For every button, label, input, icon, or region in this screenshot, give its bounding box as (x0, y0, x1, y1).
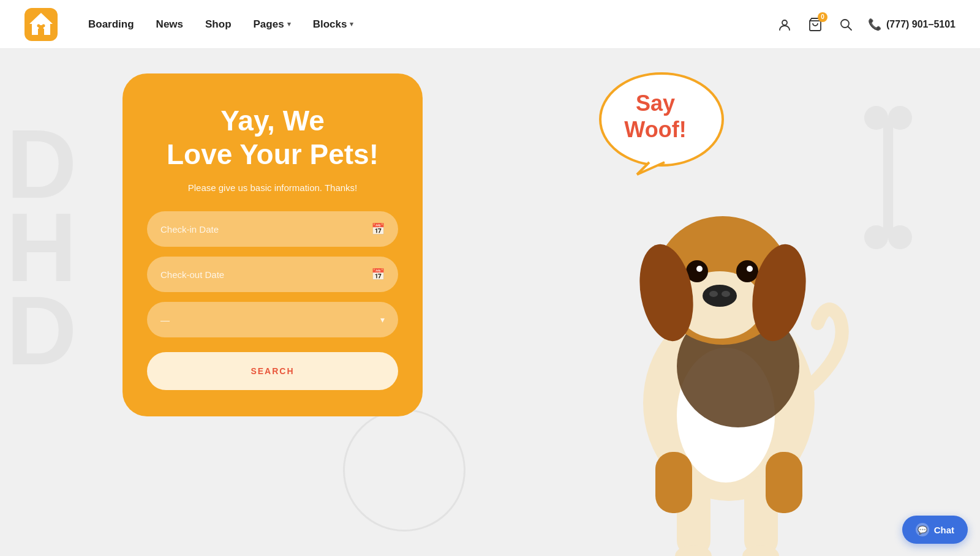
svg-rect-36 (655, 452, 692, 513)
svg-point-28 (696, 266, 703, 272)
pet-type-field[interactable]: — Dog Cat Bird Rabbit ▾ (147, 302, 398, 337)
blocks-chevron-icon: ▾ (350, 20, 353, 28)
select-chevron-icon: ▾ (380, 315, 385, 325)
checkin-calendar-icon: 📅 (371, 222, 385, 236)
chat-label: Chat (934, 525, 954, 535)
phone-link[interactable]: 📞 (777) 901–5101 (868, 18, 956, 31)
chat-icon: 💬 (916, 523, 929, 536)
svg-rect-37 (766, 452, 802, 513)
svg-point-13 (888, 225, 912, 249)
main-content: DHD Yay, WeLove Your Pets! Please give u… (0, 49, 980, 556)
cart-badge: 0 (818, 12, 827, 22)
svg-line-8 (848, 26, 852, 30)
logo[interactable] (24, 8, 58, 41)
pet-type-select[interactable]: — Dog Cat Bird Rabbit (160, 315, 380, 325)
nav-news[interactable]: News (156, 18, 183, 31)
search-button[interactable]: search (147, 352, 398, 390)
phone-icon: 📞 (868, 18, 881, 31)
bg-decor-text: DHD (6, 122, 71, 372)
svg-point-4 (42, 24, 45, 27)
chat-button[interactable]: 💬 Chat (902, 516, 968, 544)
dog-image-area (570, 115, 888, 556)
card-subtitle: Please give us basic information. Thanks… (188, 182, 358, 193)
phone-number: (777) 901–5101 (886, 19, 956, 30)
bg-circle-decor (343, 409, 466, 532)
pages-chevron-icon: ▾ (287, 20, 291, 28)
svg-point-11 (888, 106, 912, 130)
svg-point-29 (747, 266, 753, 272)
nav-blocks[interactable]: Blocks ▾ (313, 18, 354, 31)
svg-point-23 (703, 285, 737, 307)
nav-shop[interactable]: Shop (205, 18, 232, 31)
user-icon[interactable] (776, 16, 793, 33)
main-nav: Boarding News Shop Pages ▾ Blocks ▾ (88, 18, 776, 31)
checkin-input[interactable] (160, 224, 371, 235)
dog-illustration (582, 140, 876, 556)
checkout-field[interactable]: 📅 (147, 257, 398, 292)
checkin-field[interactable]: 📅 (147, 211, 398, 247)
svg-point-24 (709, 291, 718, 297)
search-icon[interactable] (837, 16, 854, 33)
header-actions: 0 📞 (777) 901–5101 (776, 16, 956, 33)
svg-point-25 (722, 291, 730, 297)
nav-boarding[interactable]: Boarding (88, 18, 134, 31)
svg-point-5 (782, 20, 787, 25)
site-header: Boarding News Shop Pages ▾ Blocks ▾ (0, 0, 980, 49)
nav-pages[interactable]: Pages ▾ (254, 18, 291, 31)
cart-wrapper: 0 (807, 16, 824, 33)
svg-point-3 (37, 24, 40, 27)
card-title: Yay, WeLove Your Pets! (167, 104, 379, 171)
checkout-input[interactable] (160, 269, 371, 280)
booking-card: Yay, WeLove Your Pets! Please give us ba… (123, 73, 423, 416)
checkout-calendar-icon: 📅 (371, 268, 385, 281)
svg-point-27 (736, 260, 758, 282)
